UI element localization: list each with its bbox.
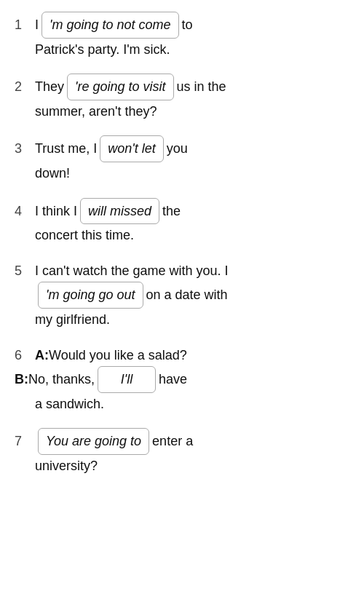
item6-text-b-before: No, thanks, — [28, 368, 95, 391]
item-number-5: 5 — [15, 260, 35, 282]
item5-text-after: on a date with — [146, 284, 228, 306]
item6-continuation: a sandwich. — [15, 393, 349, 416]
item3-continuation: down! — [15, 162, 349, 185]
item1-continuation: Patrick's party. I'm sick. — [15, 39, 349, 61]
item-number-3: 3 — [15, 138, 35, 160]
item3-text-after: you — [167, 138, 188, 160]
exercise-item-1: 1 I 'm going to not come to Patrick's pa… — [15, 12, 349, 60]
item1-text-before: I — [35, 14, 39, 36]
item2-text-before: They — [35, 76, 64, 98]
item4-text-after: the — [162, 200, 181, 223]
item5-answer: 'm going go out — [38, 282, 143, 309]
item7-answer: You are going to — [38, 428, 149, 455]
item1-text-after: to — [182, 14, 193, 36]
item7-text-after: enter a — [152, 430, 193, 453]
item4-answer: will missed — [80, 198, 159, 225]
exercise-item-6: 6 A: Would you like a salad? B: No, than… — [15, 344, 349, 416]
item6-text-a: Would you like a salad? — [49, 344, 187, 367]
item4-continuation: concert this time. — [15, 224, 349, 247]
item1-answer: 'm going to not come — [41, 12, 179, 39]
exercise-item-2: 2 They 're going to visit us in the summ… — [15, 74, 349, 122]
item3-text-before: Trust me, I — [35, 138, 97, 160]
exercise-item-4: 4 I think I will missed the concert this… — [15, 198, 349, 247]
item2-text-after: us in the — [177, 76, 226, 98]
item6-answer: I'll — [98, 366, 156, 393]
item2-continuation: summer, aren't they? — [15, 100, 349, 123]
item-number-2: 2 — [15, 76, 35, 98]
item6-speaker-a: A: — [35, 344, 49, 367]
item6-text-b-after: have — [159, 368, 187, 391]
item6-b-line: B: No, thanks, I'll have — [15, 366, 349, 393]
item3-answer: won't let — [100, 135, 163, 162]
item5-continuation: my girlfriend. — [15, 309, 349, 331]
item-number-1: 1 — [15, 14, 35, 36]
item-number-7: 7 — [15, 430, 35, 453]
exercise-item-3: 3 Trust me, I won't let you down! — [15, 135, 349, 184]
item7-continuation: university? — [15, 455, 349, 477]
exercise-item-7: 7 You are going to enter a university? — [15, 428, 349, 477]
item-number-4: 4 — [15, 200, 35, 223]
item5-text-first: I can't watch the game with you. I — [35, 260, 229, 282]
exercise-item-5: 5 I can't watch the game with you. I 'm … — [15, 260, 349, 331]
item5-second-line: 'm going go out on a date with — [15, 282, 349, 309]
item2-answer: 're going to visit — [67, 74, 174, 100]
item-number-6: 6 — [15, 344, 35, 367]
item6-speaker-b: B: — [15, 368, 28, 391]
item4-text-before: I think I — [35, 200, 77, 223]
